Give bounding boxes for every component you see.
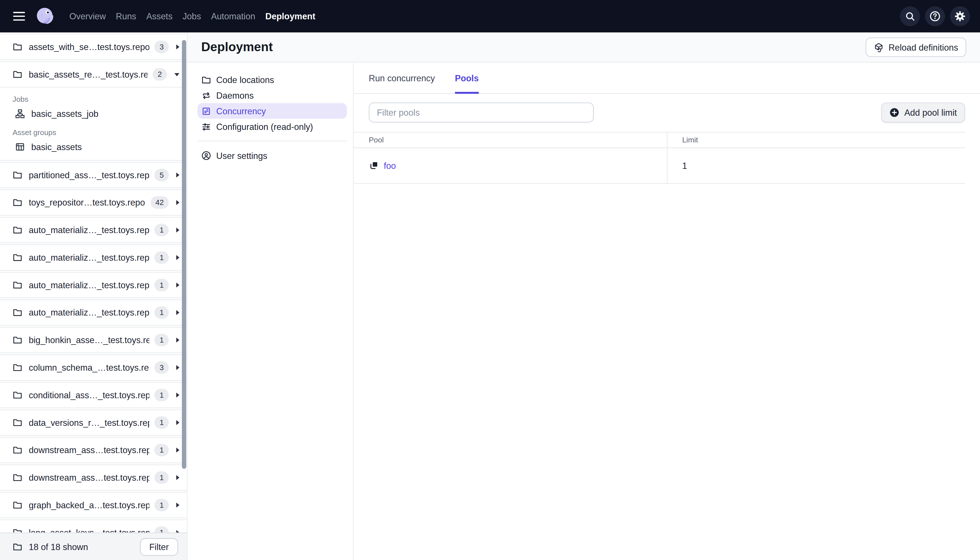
repo-name: assets_with_se…test.toys.repo (29, 42, 150, 52)
repo-name: downstream_ass…test.toys.rep (29, 445, 150, 455)
folder-icon (13, 500, 22, 510)
expand-chevron-icon[interactable] (176, 227, 179, 233)
tab-run-concurrency[interactable]: Run concurrency (369, 63, 435, 93)
sidebar-repo-block: long_asset_keys…test.toys.rep 1 (0, 519, 187, 532)
repo-count-badge: 1 (155, 499, 169, 512)
nav-item-overview[interactable]: Overview (69, 9, 106, 24)
nav-item-runs[interactable]: Runs (116, 9, 136, 24)
sidebar-repo-block: downstream_ass…test.toys.rep 1 (0, 437, 187, 463)
code-location-sidebar: assets_with_se…test.toys.repo 3 basic_as… (0, 32, 188, 560)
sidebar-scrollbar[interactable] (182, 40, 186, 469)
expand-chevron-icon[interactable] (176, 44, 179, 50)
sidebar-repo-row[interactable]: partitioned_ass…_test.toys.rep 5 (0, 162, 187, 188)
sidebar-repo-row[interactable]: data_versions_r…_test.toys.rep 1 (0, 409, 187, 435)
pool-table-row: foo 1 (354, 148, 965, 183)
pool-name-link[interactable]: foo (384, 161, 396, 170)
search-button[interactable] (900, 6, 920, 26)
folder-icon (13, 362, 22, 372)
repo-count-badge: 1 (155, 334, 169, 346)
sidebar-repo-block: auto_materializ…_test.toys.repo 1 (0, 217, 187, 243)
subnav-item-configuration[interactable]: Configuration (read-only) (198, 119, 347, 135)
expand-chevron-icon[interactable] (176, 310, 179, 315)
asset-group-icon (15, 142, 25, 152)
expand-chevron-icon[interactable] (176, 283, 179, 288)
tab-pools[interactable]: Pools (455, 63, 479, 93)
sidebar-repo-row[interactable]: auto_materializ…_test.toys.repo 1 (0, 245, 187, 271)
help-button[interactable] (925, 6, 945, 26)
repo-count-badge: 1 (155, 279, 169, 292)
user-icon (201, 150, 211, 160)
column-header-pool: Pool (354, 132, 667, 148)
expand-chevron-icon[interactable] (176, 530, 179, 533)
nav-item-jobs[interactable]: Jobs (183, 9, 201, 24)
repo-name: big_honkin_asse…_test.toys.rep (29, 335, 150, 345)
sidebar-repo-block: conditional_ass…_test.toys.repo 1 (0, 382, 187, 408)
subnav-item-concurrency[interactable]: Concurrency (198, 103, 347, 119)
expand-chevron-icon[interactable] (176, 200, 179, 205)
expand-chevron-icon[interactable] (175, 73, 180, 76)
expand-chevron-icon[interactable] (176, 420, 179, 425)
repo-name: downstream_ass…test.toys.rep (29, 472, 150, 482)
expand-chevron-icon[interactable] (176, 503, 179, 508)
sidebar-item-label: basic_assets_job (31, 109, 98, 119)
repo-name: conditional_ass…_test.toys.repo (29, 390, 150, 400)
sidebar-item-basic_assets[interactable]: basic_assets (0, 139, 187, 155)
sidebar-repo-block: basic_assets_re…_test.toys.rep 2 Jobsbas… (0, 62, 187, 161)
subnav-label: Concurrency (216, 106, 266, 116)
sidebar-repo-row[interactable]: downstream_ass…test.toys.rep 1 (0, 465, 187, 491)
folder-icon (13, 42, 22, 52)
nav-item-assets[interactable]: Assets (146, 9, 173, 24)
sidebar-item-basic_assets_job[interactable]: basic_assets_job (0, 106, 187, 122)
repo-count-badge: 1 (155, 417, 169, 429)
page-header: Deployment Reload definitions (188, 32, 980, 63)
pool-icon (369, 161, 379, 170)
sidebar-repo-row[interactable]: auto_materializ…_test.toys.repo 1 (0, 299, 187, 325)
expand-chevron-icon[interactable] (176, 475, 179, 480)
repo-name: auto_materializ…_test.toys.repo (29, 308, 150, 318)
sidebar-repo-row[interactable]: long_asset_keys…test.toys.rep 1 (0, 519, 187, 532)
sidebar-repo-row[interactable]: column_schema_…test.toys.rep 3 (0, 355, 187, 381)
subnav-item-user-settings[interactable]: User settings (198, 148, 347, 163)
subnav-item-daemons[interactable]: Daemons (198, 88, 347, 103)
main-content: Deployment Reload definitions Code locat… (188, 32, 980, 560)
folder-icon (13, 69, 22, 79)
sidebar-repo-block: column_schema_…test.toys.rep 3 (0, 355, 187, 381)
expand-chevron-icon[interactable] (176, 393, 179, 398)
job-icon (15, 109, 25, 119)
subnav-label: Code locations (216, 75, 274, 85)
sidebar-repo-row[interactable]: basic_assets_re…_test.toys.rep 2 (0, 62, 187, 88)
sidebar-repo-row[interactable]: auto_materializ…_test.toys.repo 1 (0, 217, 187, 243)
reload-definitions-button[interactable]: Reload definitions (865, 38, 967, 57)
nav-item-deployment[interactable]: Deployment (265, 9, 315, 24)
reload-cube-icon (874, 42, 883, 52)
repo-count-badge: 1 (155, 307, 169, 319)
sidebar-repo-row[interactable]: conditional_ass…_test.toys.repo 1 (0, 382, 187, 408)
sidebar-repo-row[interactable]: auto_materializ…_test.toys.repo 1 (0, 272, 187, 298)
sidebar-repo-block: auto_materializ…_test.toys.repo 1 (0, 245, 187, 271)
repo-name: graph_backed_a…test.toys.repo (29, 500, 150, 510)
sidebar-repo-row[interactable]: assets_with_se…test.toys.repo 3 (0, 34, 187, 60)
settings-button[interactable] (950, 6, 970, 26)
plus-circle-icon (889, 107, 899, 117)
add-pool-limit-button[interactable]: Add pool limit (881, 103, 965, 123)
repo-count-badge: 2 (153, 68, 167, 81)
filter-pools-input[interactable] (369, 103, 594, 123)
dagster-logo-icon[interactable] (34, 6, 55, 27)
repo-count-badge: 42 (150, 196, 169, 208)
nav-item-automation[interactable]: Automation (211, 9, 255, 24)
sidebar-repo-row[interactable]: toys_repositor…test.toys.repo 42 (0, 189, 187, 215)
sidebar-filter-button[interactable]: Filter (140, 538, 178, 555)
hamburger-menu-icon[interactable] (13, 12, 25, 21)
sidebar-repo-row[interactable]: downstream_ass…test.toys.rep 1 (0, 437, 187, 463)
folder-icon (13, 280, 22, 290)
subnav-item-code-locations[interactable]: Code locations (198, 72, 347, 88)
expand-chevron-icon[interactable] (176, 255, 179, 260)
expand-chevron-icon[interactable] (176, 447, 179, 453)
expand-chevron-icon[interactable] (176, 337, 179, 343)
sidebar-repo-row[interactable]: graph_backed_a…test.toys.repo 1 (0, 492, 187, 518)
expand-chevron-icon[interactable] (176, 173, 179, 178)
sidebar-repo-row[interactable]: big_honkin_asse…_test.toys.rep 1 (0, 327, 187, 353)
expand-chevron-icon[interactable] (176, 365, 179, 370)
repo-name: data_versions_r…_test.toys.rep (29, 418, 150, 428)
concurrency-tabs: Run concurrency Pools (354, 63, 980, 94)
